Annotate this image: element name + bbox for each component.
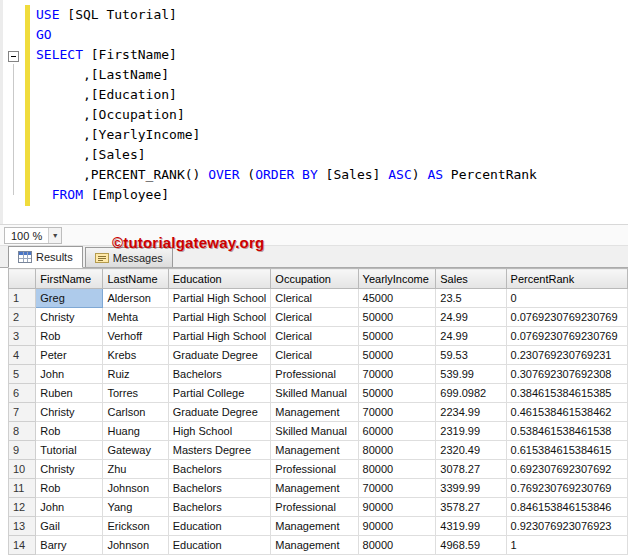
grid-cell[interactable]: Rob bbox=[36, 479, 103, 498]
grid-cell[interactable]: Christy bbox=[36, 308, 103, 327]
column-header-lastname[interactable]: LastName bbox=[103, 269, 168, 289]
row-header[interactable]: 13 bbox=[9, 517, 36, 536]
grid-cell[interactable]: 80000 bbox=[358, 460, 436, 479]
column-header-education[interactable]: Education bbox=[168, 269, 271, 289]
grid-cell[interactable]: Huang bbox=[103, 422, 168, 441]
grid-cell[interactable]: Management bbox=[271, 479, 358, 498]
grid-cell[interactable]: 2320.49 bbox=[436, 441, 506, 460]
grid-cell[interactable]: Clerical bbox=[271, 346, 358, 365]
grid-cell[interactable]: Tutorial bbox=[36, 441, 103, 460]
grid-cell[interactable]: Peter bbox=[36, 346, 103, 365]
grid-cell[interactable]: 4319.99 bbox=[436, 517, 506, 536]
grid-cell[interactable]: John bbox=[36, 365, 103, 384]
grid-cell[interactable]: Barry bbox=[36, 536, 103, 555]
grid-cell[interactable]: Partial High School bbox=[168, 327, 271, 346]
grid-cell[interactable]: Graduate Degree bbox=[168, 346, 271, 365]
collapse-minus-icon[interactable] bbox=[8, 51, 19, 62]
grid-cell[interactable]: 1 bbox=[506, 536, 627, 555]
grid-cell[interactable]: 3578.27 bbox=[436, 498, 506, 517]
grid-cell[interactable]: Ruiz bbox=[103, 365, 168, 384]
grid-cell[interactable]: Management bbox=[271, 441, 358, 460]
grid-cell[interactable]: 45000 bbox=[358, 289, 436, 308]
grid-cell[interactable]: 24.99 bbox=[436, 308, 506, 327]
zoom-dropdown[interactable]: 100 % ▼ bbox=[4, 227, 62, 244]
grid-cell[interactable]: Gateway bbox=[103, 441, 168, 460]
grid-cell[interactable]: Rob bbox=[36, 327, 103, 346]
grid-cell[interactable]: 2319.99 bbox=[436, 422, 506, 441]
row-header[interactable]: 7 bbox=[9, 403, 36, 422]
row-header[interactable]: 8 bbox=[9, 422, 36, 441]
chevron-down-icon[interactable]: ▼ bbox=[48, 228, 61, 243]
grid-cell[interactable]: 0.538461538461538 bbox=[506, 422, 627, 441]
grid-cell[interactable]: 0.307692307692308 bbox=[506, 365, 627, 384]
grid-cell[interactable]: 3399.99 bbox=[436, 479, 506, 498]
grid-cell[interactable]: Clerical bbox=[271, 308, 358, 327]
grid-cell[interactable]: 3078.27 bbox=[436, 460, 506, 479]
grid-cell[interactable]: Professional bbox=[271, 460, 358, 479]
sql-editor[interactable]: USE [SQL Tutorial]GOSELECT [FirstName] ,… bbox=[0, 0, 628, 224]
grid-cell[interactable]: Erickson bbox=[103, 517, 168, 536]
grid-cell[interactable]: Professional bbox=[271, 365, 358, 384]
grid-cell[interactable]: 24.99 bbox=[436, 327, 506, 346]
grid-cell[interactable]: 50000 bbox=[358, 327, 436, 346]
grid-cell[interactable]: Ruben bbox=[36, 384, 103, 403]
grid-cell[interactable]: 60000 bbox=[358, 422, 436, 441]
grid-cell[interactable]: 0 bbox=[506, 289, 627, 308]
grid-cell[interactable]: 80000 bbox=[358, 441, 436, 460]
grid-cell[interactable]: 70000 bbox=[358, 403, 436, 422]
column-header-firstname[interactable]: FirstName bbox=[36, 269, 103, 289]
grid-cell[interactable]: Graduate Degree bbox=[168, 403, 271, 422]
grid-cell[interactable]: 0.615384615384615 bbox=[506, 441, 627, 460]
row-header[interactable]: 2 bbox=[9, 308, 36, 327]
grid-cell[interactable]: Torres bbox=[103, 384, 168, 403]
grid-cell[interactable]: Education bbox=[168, 517, 271, 536]
grid-cell[interactable]: Yang bbox=[103, 498, 168, 517]
grid-cell[interactable]: Skilled Manual bbox=[271, 384, 358, 403]
grid-cell[interactable]: Clerical bbox=[271, 289, 358, 308]
grid-cell[interactable]: 50000 bbox=[358, 308, 436, 327]
row-header[interactable]: 11 bbox=[9, 479, 36, 498]
row-header[interactable]: 4 bbox=[9, 346, 36, 365]
grid-cell[interactable]: Gail bbox=[36, 517, 103, 536]
grid-cell[interactable]: 0.846153846153846 bbox=[506, 498, 627, 517]
grid-cell[interactable]: Partial High School bbox=[168, 289, 271, 308]
grid-cell[interactable]: Verhoff bbox=[103, 327, 168, 346]
grid-cell[interactable]: Johnson bbox=[103, 479, 168, 498]
grid-cell[interactable]: Mehta bbox=[103, 308, 168, 327]
grid-cell[interactable]: Management bbox=[271, 517, 358, 536]
grid-cell[interactable]: Professional bbox=[271, 498, 358, 517]
grid-cell[interactable]: Bachelors bbox=[168, 460, 271, 479]
tab-results[interactable]: Results bbox=[8, 246, 83, 268]
row-header[interactable]: 6 bbox=[9, 384, 36, 403]
row-header[interactable]: 5 bbox=[9, 365, 36, 384]
grid-cell[interactable]: Rob bbox=[36, 422, 103, 441]
grid-cell[interactable]: 50000 bbox=[358, 384, 436, 403]
grid-cell[interactable]: 90000 bbox=[358, 517, 436, 536]
row-header[interactable]: 12 bbox=[9, 498, 36, 517]
grid-cell[interactable]: Masters Degree bbox=[168, 441, 271, 460]
column-header-percentrank[interactable]: PercentRank bbox=[506, 269, 627, 289]
grid-cell[interactable]: Partial High School bbox=[168, 308, 271, 327]
grid-cell[interactable]: 0.384615384615385 bbox=[506, 384, 627, 403]
grid-cell[interactable]: John bbox=[36, 498, 103, 517]
column-header-sales[interactable]: Sales bbox=[436, 269, 506, 289]
grid-cell[interactable]: Clerical bbox=[271, 327, 358, 346]
grid-cell[interactable]: Management bbox=[271, 536, 358, 555]
grid-cell[interactable]: Skilled Manual bbox=[271, 422, 358, 441]
grid-cell[interactable]: 0.230769230769231 bbox=[506, 346, 627, 365]
grid-cell[interactable]: Christy bbox=[36, 460, 103, 479]
grid-cell[interactable]: Bachelors bbox=[168, 365, 271, 384]
grid-cell[interactable]: Greg bbox=[36, 289, 103, 308]
grid-cell[interactable]: 0.769230769230769 bbox=[506, 479, 627, 498]
grid-cell[interactable]: 80000 bbox=[358, 536, 436, 555]
grid-cell[interactable]: 70000 bbox=[358, 365, 436, 384]
grid-cell[interactable]: Partial College bbox=[168, 384, 271, 403]
column-header-occupation[interactable]: Occupation bbox=[271, 269, 358, 289]
grid-cell[interactable]: 23.5 bbox=[436, 289, 506, 308]
grid-cell[interactable]: High School bbox=[168, 422, 271, 441]
grid-cell[interactable]: 0.0769230769230769 bbox=[506, 327, 627, 346]
row-header[interactable]: 1 bbox=[9, 289, 36, 308]
grid-cell[interactable]: Management bbox=[271, 403, 358, 422]
grid-cell[interactable]: 90000 bbox=[358, 498, 436, 517]
grid-cell[interactable]: 50000 bbox=[358, 346, 436, 365]
